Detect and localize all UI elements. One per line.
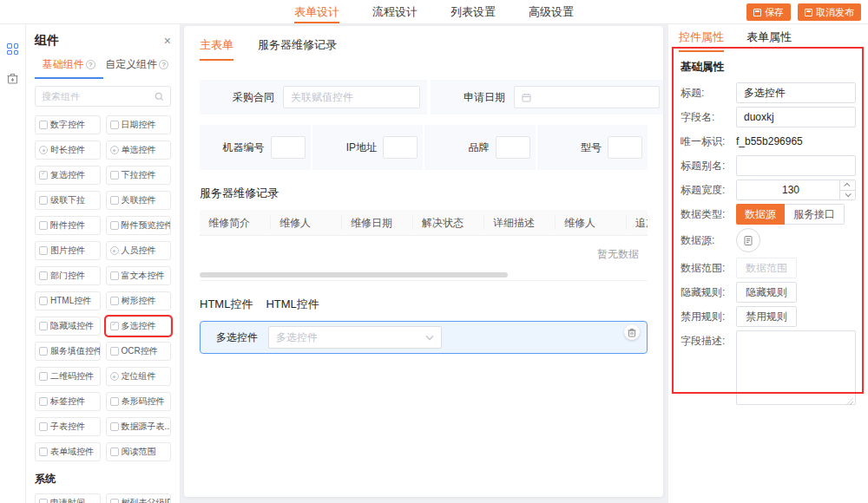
component-item-barcode[interactable]: 条形码控件: [106, 392, 172, 411]
tab-main-form[interactable]: 主表单: [200, 37, 233, 61]
property-row-hide-rule: 隐藏规则: 隐藏规则: [681, 282, 856, 303]
component-item-subtable[interactable]: 子表控件: [35, 417, 101, 436]
properties-panel: 控件属性 表单属性 基础属性 标题: 字段名: 唯一标识: f_b55b2969…: [668, 24, 868, 503]
unpublish-button[interactable]: 取消发布: [798, 3, 861, 21]
component-item-service-fill[interactable]: 服务填值控件: [35, 342, 101, 361]
machine-number-input[interactable]: [271, 136, 306, 159]
hide-rule-button[interactable]: 隐藏规则: [736, 282, 797, 303]
data-range-button[interactable]: 数据范围: [736, 258, 797, 278]
components-tabs: 基础组件? 自定义组件?: [35, 57, 171, 79]
field-label: 品牌: [469, 140, 490, 155]
unpublish-icon: [805, 9, 812, 16]
calendar-icon: [522, 93, 531, 102]
service-api-option[interactable]: 服务接口: [785, 204, 845, 225]
association-icon: [110, 196, 119, 205]
stepper-down-icon[interactable]: [840, 190, 855, 200]
component-item-association[interactable]: 关联控件: [106, 191, 172, 210]
title-width-input[interactable]: [736, 180, 856, 200]
horizontal-scrollbar[interactable]: [200, 272, 508, 278]
html-control-text[interactable]: HTML控件: [200, 297, 253, 312]
field-ip-address[interactable]: IP地址: [312, 125, 424, 170]
component-item-attachment[interactable]: 附件控件: [35, 216, 101, 235]
recycle-bin-icon[interactable]: [6, 72, 19, 85]
component-item-hidden-field[interactable]: 隐藏域控件: [35, 317, 101, 336]
tab-server-repair-records[interactable]: 服务器维修记录: [258, 37, 337, 61]
save-button[interactable]: 保存: [746, 3, 791, 21]
data-source-picker-button[interactable]: [736, 228, 760, 252]
component-item-tag[interactable]: 标签控件: [35, 392, 101, 411]
component-search-input[interactable]: [42, 91, 151, 101]
purchase-contract-input[interactable]: 关联赋值控件: [283, 86, 420, 108]
component-item-cascade-dropdown[interactable]: 级联下拉: [35, 191, 101, 210]
column-header: 解决状态: [413, 216, 484, 230]
field-purchase-contract[interactable]: 采购合同 关联赋值控件: [200, 80, 427, 114]
component-search: [35, 86, 171, 107]
title-input[interactable]: [736, 82, 856, 103]
tab-advanced-settings[interactable]: 高级设置: [529, 0, 574, 23]
component-item-apply-time[interactable]: 申请时间: [35, 493, 101, 503]
component-item-qrcode[interactable]: 二维码控件: [35, 367, 101, 386]
tab-list-settings[interactable]: 列表设置: [450, 0, 496, 23]
component-item-richtext[interactable]: 富文本控件: [106, 266, 172, 285]
tab-form-design[interactable]: 表单设计: [294, 0, 339, 23]
field-model[interactable]: 型号: [537, 125, 648, 170]
component-item-datasource-subtable[interactable]: 数据源子表...: [106, 417, 172, 436]
column-header: 维修日期: [342, 216, 413, 230]
component-label: OCR控件: [122, 345, 158, 357]
property-row-title-width: 标题宽度:: [681, 180, 856, 200]
component-item-multiselect[interactable]: 多选控件: [106, 317, 172, 336]
model-input[interactable]: [608, 136, 642, 159]
field-apply-date[interactable]: 申请日期: [431, 80, 663, 114]
component-item-read-scope[interactable]: 阅读范围: [106, 442, 172, 461]
component-item-formfield[interactable]: 表单域控件: [35, 442, 101, 461]
service-fill-icon: [39, 347, 48, 356]
trash-icon: [628, 328, 636, 337]
property-row-data-type: 数据类型: 数据源 服务接口: [681, 204, 856, 225]
ip-address-input[interactable]: [383, 136, 418, 159]
selected-multiselect-control[interactable]: 多选控件 多选控件: [200, 321, 648, 354]
tab-custom-components[interactable]: 自定义组件?: [103, 57, 172, 79]
date-icon: [110, 121, 119, 129]
component-item-tree[interactable]: 树形控件: [106, 291, 172, 310]
html-control-text[interactable]: HTML控件: [266, 297, 319, 312]
disable-rule-button[interactable]: 禁用规则: [736, 306, 797, 327]
tab-flow-design[interactable]: 流程设计: [372, 0, 418, 23]
component-item-duration[interactable]: 时长控件: [35, 140, 101, 160]
delete-control-button[interactable]: [624, 324, 640, 340]
component-item-number[interactable]: 数字控件: [35, 115, 101, 134]
component-label: 二维码控件: [50, 370, 94, 382]
header-actions: 保存 取消发布: [746, 3, 861, 21]
apply-date-input[interactable]: [514, 86, 660, 108]
component-item-html[interactable]: HTML控件: [35, 291, 101, 310]
component-item-dropdown[interactable]: 下拉控件: [106, 166, 172, 185]
close-icon[interactable]: ×: [164, 35, 171, 47]
component-item-department[interactable]: 部门控件: [35, 266, 101, 285]
data-source-option[interactable]: 数据源: [736, 204, 785, 225]
title-alias-input[interactable]: [736, 155, 856, 176]
properties-tabs: 控件属性 表单属性: [677, 29, 859, 52]
component-item-location[interactable]: 定位组件: [106, 367, 172, 386]
field-label: IP地址: [346, 140, 377, 155]
tab-basic-components[interactable]: 基础组件?: [35, 57, 103, 79]
component-item-attachment-preview[interactable]: 附件预览控件: [106, 216, 172, 235]
component-item-image[interactable]: 图片控件: [35, 241, 101, 260]
field-name-input[interactable]: [736, 107, 856, 127]
tab-form-properties[interactable]: 表单属性: [746, 29, 792, 52]
field-brand[interactable]: 品牌: [424, 125, 536, 170]
field-machine-number[interactable]: 机器编号: [200, 125, 311, 170]
component-item-date[interactable]: 日期控件: [106, 115, 172, 134]
component-label: 单选控件: [122, 144, 156, 156]
components-grid-icon[interactable]: [7, 43, 18, 55]
tab-control-properties[interactable]: 控件属性: [679, 29, 724, 52]
component-item-radio[interactable]: 单选控件: [106, 140, 172, 160]
number-icon: [39, 121, 48, 129]
component-item-checkbox[interactable]: 复选控件: [35, 166, 101, 185]
field-description-textarea[interactable]: [736, 330, 856, 405]
column-header: 详细描述: [484, 216, 556, 230]
multiselect-dropdown[interactable]: 多选控件: [268, 326, 442, 349]
component-item-person[interactable]: 人员控件: [106, 241, 172, 260]
component-item-ocr[interactable]: OCR控件: [106, 342, 172, 361]
component-item-tree-parent-id[interactable]: 树列表父级ID: [106, 493, 172, 503]
brand-input[interactable]: [496, 136, 530, 159]
stepper-up-icon[interactable]: [840, 180, 855, 190]
